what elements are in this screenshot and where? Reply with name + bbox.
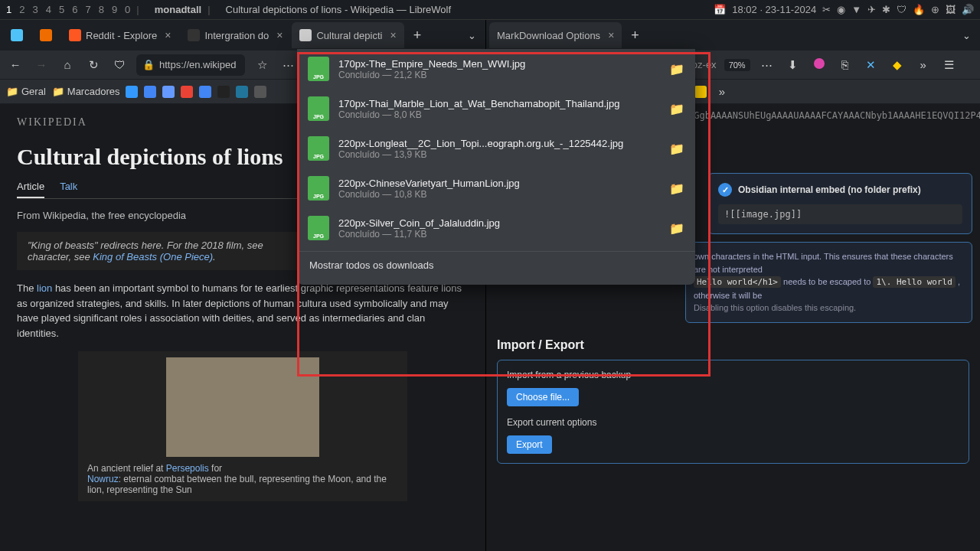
workspace-3[interactable]: 3 [32, 4, 38, 15]
downloads-panel: 170px-The_Empire_Needs_Men_WWI.jpgConclu… [297, 49, 695, 285]
workspace-8[interactable]: 8 [99, 4, 104, 15]
bookmark-icon[interactable] [236, 86, 248, 98]
bookmark-icon[interactable] [254, 86, 266, 98]
close-icon[interactable]: × [390, 29, 396, 41]
workspace-7[interactable]: 7 [85, 4, 90, 15]
hatnote-link[interactable]: King of Beasts (One Piece) [93, 251, 213, 262]
download-filename: 220px-Silver_Coin_of_Jalaluddin.jpg [338, 217, 660, 229]
new-tab-button[interactable]: + [623, 28, 647, 44]
tray-icon[interactable]: ◉ [837, 4, 845, 15]
figure-image[interactable] [166, 357, 319, 457]
lock-icon: 🔒 [142, 59, 155, 70]
page-actions-button[interactable]: ⋯ [758, 58, 776, 72]
workspace-6[interactable]: 6 [72, 4, 77, 15]
bookmark-icon[interactable] [126, 86, 138, 98]
zoom-indicator[interactable]: 70% [724, 59, 750, 71]
option-card[interactable]: ✓ Obsidian internal embed (no folder pre… [708, 173, 972, 234]
bluetooth-icon[interactable]: ✱ [882, 4, 890, 15]
bookmark-icon[interactable] [694, 86, 707, 98]
ext-icon[interactable]: ✕ [862, 58, 880, 72]
tab-pinned-1[interactable] [3, 22, 31, 48]
ext-icon[interactable]: ⎘ [836, 58, 854, 71]
tabs-overflow-button[interactable]: ⌄ [956, 30, 977, 41]
calendar-icon: 📅 [714, 4, 726, 15]
bookmark-icon[interactable] [144, 86, 156, 98]
close-icon[interactable]: × [165, 29, 171, 41]
bookmark-folder[interactable]: 📁Marcadores [52, 86, 120, 97]
tab-markdownload[interactable]: MarkDownload Options× [489, 22, 622, 48]
choose-file-button[interactable]: Choose file... [507, 388, 579, 406]
show-all-downloads-button[interactable]: Mostrar todos os downloads [297, 251, 695, 279]
tab-pinned-2[interactable] [32, 22, 60, 48]
talk-tab[interactable]: Talk [60, 181, 77, 198]
caption-link[interactable]: Persepolis [166, 463, 209, 474]
download-status: Concluído — 8,0 KB [338, 109, 660, 120]
close-icon[interactable]: × [608, 29, 614, 41]
workspace-1[interactable]: 1 [6, 4, 11, 15]
workspace-4[interactable]: 4 [46, 4, 51, 15]
tabs-overflow-button[interactable]: ⌄ [462, 30, 482, 41]
download-status: Concluído — 10,8 KB [338, 189, 660, 200]
wm-layout: monadtall [155, 4, 201, 15]
tray-icon[interactable]: 🖼 [946, 4, 956, 15]
bookmarks-overflow[interactable]: » [713, 85, 731, 98]
download-item[interactable]: 170px-The_Empire_Needs_Men_WWI.jpgConclu… [297, 49, 695, 89]
bookmark-icon[interactable] [162, 86, 175, 98]
downloads-button[interactable]: ⬇ [784, 58, 802, 72]
forward-button[interactable]: → [32, 58, 51, 71]
app-menu-button[interactable]: ☰ [940, 58, 959, 72]
overflow-button[interactable]: » [914, 58, 933, 71]
wifi-icon[interactable]: ▼ [851, 4, 861, 15]
url-bar[interactable]: 🔒 https://en.wikiped [136, 54, 245, 76]
shield-icon[interactable]: 🛡 [110, 58, 129, 71]
download-filename: 220px-Longleat__2C_Lion_Topi...eograph.o… [338, 138, 660, 149]
home-button[interactable]: ⌂ [58, 58, 77, 71]
section-heading: Import / Export [497, 338, 969, 352]
tab-reddit[interactable]: Reddit - Explore× [61, 22, 178, 48]
jpg-file-icon [308, 176, 329, 201]
workspace-5[interactable]: 5 [59, 4, 64, 15]
tab-strip: MarkDownload Options× + ⌄ [486, 20, 980, 51]
reload-button[interactable]: ↻ [84, 58, 103, 72]
workspace-0[interactable]: 0 [125, 4, 130, 15]
export-button[interactable]: Export [507, 435, 552, 454]
tray-icon[interactable]: 🔥 [913, 4, 925, 15]
caption-link[interactable]: Nowruz [87, 474, 119, 484]
bookmark-star-icon[interactable]: ☆ [253, 58, 271, 72]
download-filename: 170px-The_Empire_Needs_Men_WWI.jpg [338, 58, 660, 70]
inline-code: 1\. Hello world [873, 276, 955, 288]
datetime-label: 18:02 · 23-11-2024 [732, 4, 816, 15]
download-item[interactable]: 220px-Longleat__2C_Lion_Topi...eograph.o… [297, 129, 695, 168]
article-tab[interactable]: Article [17, 181, 44, 198]
tray-icon[interactable]: 🛡 [897, 4, 906, 15]
wiki-link-lion[interactable]: lion [37, 282, 52, 294]
bookmark-folder[interactable]: 📁Geral [6, 86, 46, 97]
ext-icon[interactable] [810, 58, 828, 71]
open-folder-icon[interactable]: 📁 [669, 142, 684, 156]
back-button[interactable]: ← [6, 58, 24, 71]
new-tab-button[interactable]: + [406, 28, 430, 44]
workspace-2[interactable]: 2 [19, 4, 24, 15]
open-folder-icon[interactable]: 📁 [669, 62, 684, 77]
download-item[interactable]: 220px-ChineseVarietyart_HumanLion.jpgCon… [297, 168, 695, 208]
open-folder-icon[interactable]: 📁 [669, 221, 684, 236]
jpg-file-icon [308, 136, 329, 161]
volume-icon[interactable]: 🔊 [962, 4, 974, 15]
tray-icon[interactable]: ✂ [822, 4, 831, 15]
bookmark-icon[interactable] [199, 86, 211, 98]
import-export-box: Import from a previous backup Choose fil… [497, 360, 969, 464]
page-actions-button[interactable]: ⋯ [279, 58, 297, 72]
ext-icon[interactable]: ◆ [888, 58, 906, 72]
tray-icon[interactable]: ⊕ [931, 4, 939, 15]
bookmark-icon[interactable] [217, 86, 230, 98]
close-icon[interactable]: × [276, 29, 283, 41]
tab-wikipedia[interactable]: Cultural depicti× [292, 22, 403, 48]
download-item[interactable]: 220px-Silver_Coin_of_Jalaluddin.jpgConcl… [297, 208, 695, 248]
open-folder-icon[interactable]: 📁 [669, 181, 684, 196]
download-item[interactable]: 170px-Thai_Marble_Lion_at_Wat_Benchamabo… [297, 89, 695, 129]
tab-integration[interactable]: Intergration do× [180, 22, 290, 48]
open-folder-icon[interactable]: 📁 [669, 102, 684, 116]
location-icon[interactable]: ✈ [867, 4, 876, 15]
workspace-9[interactable]: 9 [112, 4, 117, 15]
bookmark-icon[interactable] [181, 86, 193, 98]
